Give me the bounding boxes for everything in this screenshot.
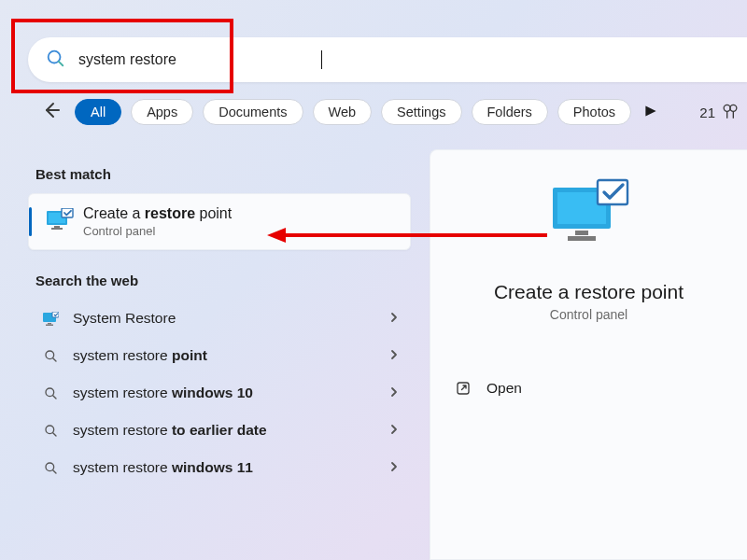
results-pane: Best match Create a restore point Contro…	[28, 151, 411, 486]
svg-line-1	[59, 62, 63, 65]
svg-point-4	[724, 105, 730, 111]
best-match-title: Create a restore point	[83, 205, 232, 222]
filter-chip-folders[interactable]: Folders	[472, 99, 548, 125]
svg-rect-9	[51, 228, 63, 230]
open-action-label: Open	[486, 380, 522, 397]
web-result-text: system restore windows 11	[73, 459, 388, 476]
svg-line-22	[53, 470, 56, 473]
filter-chip-apps[interactable]: Apps	[131, 99, 193, 125]
detail-subtitle: Control panel	[430, 307, 747, 322]
web-result-item[interactable]: system restore to earlier date	[28, 412, 411, 449]
web-result-item[interactable]: system restore windows 10	[28, 374, 411, 412]
filter-chip-all[interactable]: All	[75, 99, 121, 125]
text-caret	[321, 50, 322, 69]
detail-hero-icon	[430, 178, 747, 257]
svg-rect-26	[568, 236, 596, 241]
search-icon	[37, 385, 63, 400]
open-external-icon	[455, 380, 472, 397]
search-icon	[37, 460, 63, 475]
section-header-best-match: Best match	[35, 166, 403, 182]
detail-title: Create a restore point	[430, 281, 747, 303]
svg-rect-8	[54, 226, 60, 228]
more-filters-icon[interactable]	[644, 105, 657, 120]
rewards-indicator[interactable]: 21	[699, 103, 740, 121]
detail-pane: Create a restore point Control panel Ope…	[430, 149, 747, 560]
filter-chip-web[interactable]: Web	[313, 99, 373, 125]
filter-chip-documents[interactable]: Documents	[203, 99, 303, 125]
best-match-subtitle: Control panel	[83, 224, 232, 238]
chevron-right-icon	[388, 347, 400, 364]
web-result-text: system restore to earlier date	[73, 422, 388, 439]
web-result-item[interactable]: system restore point	[28, 337, 411, 374]
back-arrow-icon[interactable]	[39, 99, 62, 125]
open-action[interactable]: Open	[455, 371, 522, 406]
web-result-text: system restore windows 10	[73, 385, 388, 401]
svg-marker-3	[645, 105, 655, 116]
web-result-item[interactable]: system restore windows 11	[28, 449, 411, 486]
svg-line-18	[53, 396, 56, 399]
best-match-result[interactable]: Create a restore point Control panel	[28, 193, 411, 250]
chevron-right-icon	[388, 459, 400, 476]
svg-rect-25	[575, 231, 588, 235]
search-bar[interactable]: system restore	[28, 37, 747, 82]
app-result-icon	[37, 312, 63, 326]
svg-point-5	[730, 105, 737, 111]
filter-chip-photos[interactable]: Photos	[557, 99, 631, 125]
search-icon	[45, 48, 65, 72]
search-icon	[37, 423, 63, 438]
search-icon	[37, 348, 63, 363]
svg-rect-13	[46, 324, 53, 326]
svg-line-20	[53, 433, 56, 436]
web-results-list: System Restoresystem restore pointsystem…	[28, 300, 411, 486]
chevron-right-icon	[388, 422, 400, 439]
web-result-text: System Restore	[73, 310, 388, 327]
svg-rect-14	[52, 312, 59, 317]
web-result-item[interactable]: System Restore	[28, 300, 411, 337]
rewards-icon	[721, 103, 740, 121]
svg-line-16	[53, 358, 56, 361]
filter-ribbon: AllAppsDocumentsWebSettingsFoldersPhotos…	[39, 99, 747, 125]
filter-chip-settings[interactable]: Settings	[381, 99, 461, 125]
section-header-search-web: Search the web	[35, 273, 403, 288]
rewards-points: 21	[699, 105, 715, 120]
svg-rect-12	[48, 323, 51, 325]
control-panel-monitor-icon	[46, 208, 74, 236]
svg-rect-10	[62, 208, 73, 217]
chevron-right-icon	[388, 385, 400, 401]
web-result-text: system restore point	[73, 347, 388, 364]
search-input[interactable]: system restore	[78, 51, 321, 68]
chevron-right-icon	[388, 310, 400, 327]
